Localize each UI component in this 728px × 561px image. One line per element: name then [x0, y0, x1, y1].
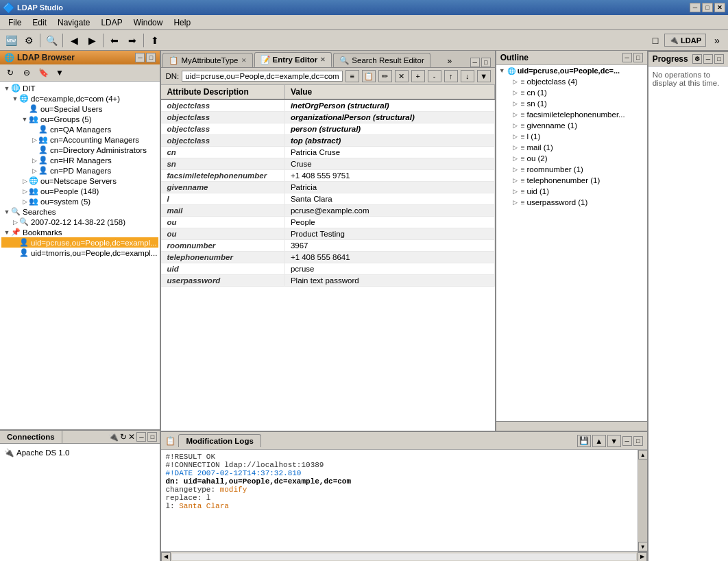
expand-dc[interactable]: ▼	[11, 95, 19, 102]
browser-maximize-btn[interactable]: □	[146, 53, 156, 62]
table-row[interactable]: objectclassinetOrgPerson (structural)	[161, 99, 494, 112]
table-row[interactable]: ouPeople	[161, 217, 494, 228]
tree-item-tmorris[interactable]: 👤 uid=tmorris,ou=People,dc=exampl...	[1, 248, 158, 258]
editor-minimize-btn[interactable]: ─	[470, 58, 480, 67]
menu-navigate[interactable]: Navigate	[52, 16, 95, 29]
toolbar-prev-btn[interactable]: ⬅	[106, 32, 123, 49]
progress-minimize-btn[interactable]: ─	[703, 54, 713, 64]
outline-expand-arrow[interactable]: ▷	[513, 155, 521, 162]
tree-item-search-entry[interactable]: ▷ 🔍 2007-02-12 14-38-22 (158)	[1, 217, 158, 227]
table-row[interactable]: cnPatricia Cruse	[161, 147, 494, 158]
dn-copy-btn[interactable]: 📋	[362, 70, 376, 82]
outline-item[interactable]: ▷ ≡ roomnumber (1)	[496, 164, 647, 175]
toolbar-up-btn[interactable]: ⬆	[147, 32, 163, 49]
tree-item-people[interactable]: ▷ 👥 ou=People (148)	[1, 186, 158, 196]
tree-item-dir-admins[interactable]: 👤 cn=Directory Administrators	[1, 145, 158, 155]
outline-item[interactable]: ▷ ≡ ou (2)	[496, 153, 647, 164]
tree-item-qa-mgrs[interactable]: 👤 cn=QA Managers	[1, 124, 158, 134]
toolbar-search-btn[interactable]: 🔍	[43, 32, 60, 49]
browser-reload-btn[interactable]: ↻	[3, 66, 18, 80]
table-row[interactable]: telephonenumber+1 408 555 8641	[161, 252, 494, 263]
expand-search-entry[interactable]: ▷	[11, 219, 19, 226]
table-row[interactable]: uidpcruse	[161, 263, 494, 275]
table-row[interactable]: objectclasstop (abstract)	[161, 135, 494, 147]
conn-disconnect-btn[interactable]: ✕	[128, 432, 135, 442]
expand-dit[interactable]: ▼	[3, 85, 11, 92]
menu-edit[interactable]: Edit	[27, 16, 52, 29]
log-maximize-btn[interactable]: □	[633, 436, 643, 446]
table-row[interactable]: mailpcruse@example.com	[161, 205, 494, 217]
mat-close-btn[interactable]: ✕	[241, 57, 247, 64]
table-row[interactable]: roomnumber3967	[161, 240, 494, 252]
browser-bookmark-btn[interactable]: 🔖	[36, 66, 51, 80]
expand-bookmarks[interactable]: ▼	[3, 229, 11, 236]
tree-item-acct-mgrs[interactable]: ▷ 👥 cn=Accounting Managers	[1, 134, 158, 145]
progress-settings-btn[interactable]: ⚙	[692, 54, 702, 64]
progress-maximize-btn[interactable]: □	[714, 54, 724, 64]
toolbar-fwd-btn[interactable]: ▶	[84, 32, 100, 49]
outline-horiz-scroll[interactable]	[496, 421, 647, 431]
dn-dropdown-btn[interactable]: ▼	[477, 70, 491, 82]
log-scroll-right[interactable]: ▶	[638, 552, 647, 562]
log-tab[interactable]: Modification Logs	[178, 434, 260, 447]
menu-file[interactable]: File	[3, 16, 27, 29]
log-down-btn[interactable]: ▼	[607, 435, 621, 447]
browser-minimize-btn[interactable]: ─	[135, 53, 145, 62]
dn-down-btn[interactable]: ↓	[461, 70, 474, 82]
tree-item-pcruse[interactable]: 👤 uid=pcruse,ou=People,dc=exampl...	[1, 237, 158, 248]
conn-minimize-btn[interactable]: ─	[136, 432, 146, 442]
log-minimize-btn[interactable]: ─	[622, 436, 632, 446]
outline-expand-arrow[interactable]: ▷	[513, 199, 521, 206]
log-scroll-left[interactable]: ◀	[161, 552, 171, 562]
toolbar-next-btn[interactable]: ➡	[124, 32, 141, 49]
log-bottom-scroll[interactable]: ◀ ▶	[161, 551, 646, 561]
tab-search-result[interactable]: 🔍 Search Result Editor	[333, 53, 430, 67]
log-scroll-down[interactable]: ▼	[638, 542, 647, 551]
table-row[interactable]: givennamePatricia	[161, 182, 494, 193]
dn-add-btn[interactable]: +	[411, 70, 425, 82]
minimize-button[interactable]: ─	[690, 3, 701, 12]
outline-expand-arrow[interactable]: ▷	[513, 100, 521, 107]
expand-acct[interactable]: ▷	[30, 136, 38, 143]
outline-item[interactable]: ▷ ≡ uid (1)	[496, 186, 647, 197]
toolbar-back-btn[interactable]: ◀	[66, 32, 82, 49]
expand-pd[interactable]: ▷	[30, 167, 38, 174]
ee-close-btn[interactable]: ✕	[320, 56, 326, 63]
expand-groups[interactable]: ▼	[21, 116, 29, 123]
tree-item-dc-example[interactable]: ▼ 🌐 dc=example,dc=com (4+)	[1, 93, 158, 104]
table-row[interactable]: snCruse	[161, 158, 494, 170]
dn-up-btn[interactable]: ↑	[444, 70, 458, 82]
toolbar-expand-btn[interactable]: □	[649, 32, 662, 49]
table-row[interactable]: ouProduct Testing	[161, 228, 494, 240]
conn-icon-btn[interactable]: 🔌	[108, 432, 119, 442]
outline-item[interactable]: ▷ ≡ telephonenumber (1)	[496, 175, 647, 186]
connections-tab[interactable]: Connections	[0, 431, 62, 443]
outline-item[interactable]: ▷ ≡ userpassword (1)	[496, 197, 647, 208]
browser-filter-btn[interactable]: ▼	[52, 66, 67, 80]
outline-expand-arrow[interactable]: ▷	[513, 188, 521, 195]
conn-refresh-btn[interactable]: ↻	[120, 432, 127, 442]
tab-entry-editor[interactable]: 📝 Entry Editor ✕	[254, 52, 332, 67]
table-row[interactable]: objectclassorganizationalPerson (structu…	[161, 112, 494, 123]
tree-item-pd-mgrs[interactable]: ▷ 👤 cn=PD Managers	[1, 165, 158, 176]
tab-more-btn[interactable]: »	[443, 55, 456, 67]
tree-item-dit[interactable]: ▼ 🌐 DIT	[1, 83, 158, 93]
outline-item[interactable]: ▷ ≡ facsimiletelephonenumber...	[496, 109, 647, 120]
outline-expand-arrow[interactable]: ▷	[513, 144, 521, 151]
outline-expand-arrow[interactable]: ▷	[513, 177, 521, 184]
dn-breadcrumb-btn[interactable]: ≡	[345, 70, 359, 82]
outline-item[interactable]: ▷ ≡ cn (1)	[496, 87, 647, 98]
browser-collapse-btn[interactable]: ⊖	[19, 66, 34, 80]
log-scroll-up[interactable]: ▲	[638, 450, 647, 459]
expand-searches[interactable]: ▼	[3, 208, 11, 215]
outline-maximize-btn[interactable]: □	[633, 53, 643, 62]
log-scrollbar[interactable]: ▲ ▼	[638, 450, 647, 551]
outline-expand-arrow[interactable]: ▷	[513, 78, 521, 85]
editor-maximize-btn[interactable]: □	[481, 58, 491, 67]
outline-item[interactable]: ▷ ≡ givenname (1)	[496, 120, 647, 131]
tree-item-netscape[interactable]: ▷ 🌐 ou=Netscape Servers	[1, 176, 158, 186]
menu-ldap[interactable]: LDAP	[95, 16, 128, 29]
toolbar-settings-btn[interactable]: ⚙	[21, 32, 37, 49]
conn-maximize-btn[interactable]: □	[147, 432, 157, 442]
tree-item-bookmarks[interactable]: ▼ 📌 Bookmarks	[1, 227, 158, 237]
